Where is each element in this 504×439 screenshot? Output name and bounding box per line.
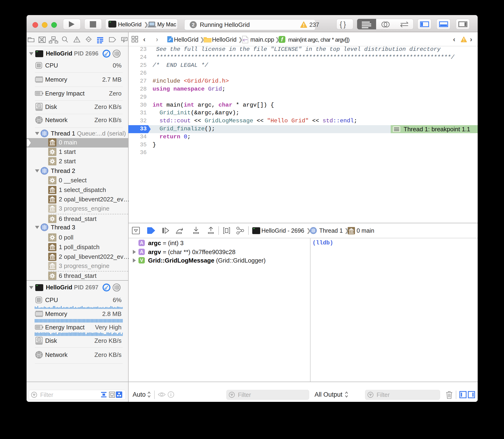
svg-text:C: C xyxy=(243,38,245,42)
svg-text:++: ++ xyxy=(245,38,247,41)
